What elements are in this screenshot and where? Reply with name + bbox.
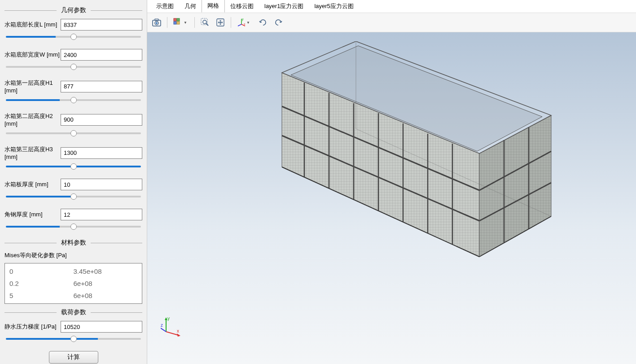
svg-text:x: x — [177, 329, 179, 333]
length-l-slider[interactable] — [6, 32, 141, 41]
rotate-ccw-icon — [259, 18, 268, 27]
h3-slider[interactable] — [6, 162, 141, 171]
axis-triad: y x z — [161, 316, 182, 337]
selection-grid-icon — [173, 18, 183, 27]
main-panel: 示意图 几何 网格 位移云图 layer1应力云图 layer5应力云图 ▼ — [147, 0, 636, 364]
zoom-window-button[interactable] — [198, 16, 212, 29]
material-section-header: 材料参数 — [4, 239, 142, 247]
svg-rect-5 — [177, 18, 180, 21]
plate-thk-label: 水箱板厚度 [mm] — [4, 180, 61, 189]
angle-thk-label: 角钢厚度 [mm] — [4, 211, 61, 219]
length-l-input[interactable] — [61, 19, 142, 31]
pressure-grad-label: 静水压力梯度 [1/Pa] — [4, 323, 61, 331]
h2-slider[interactable] — [6, 129, 141, 138]
tab-layer5-stress[interactable]: layer5应力云图 — [309, 0, 359, 13]
view-tabs: 示意图 几何 网格 位移云图 layer1应力云图 layer5应力云图 — [147, 0, 636, 13]
svg-text:y: y — [242, 18, 244, 21]
pressure-grad-slider[interactable] — [6, 334, 141, 343]
mises-table[interactable]: 0 3.45e+08 0.2 6e+08 5 6e+08 — [4, 263, 142, 304]
table-row: 0 3.45e+08 — [5, 265, 142, 277]
load-section-header: 载荷参数 — [4, 308, 142, 316]
rotate-view-cw-button[interactable] — [272, 16, 285, 29]
svg-rect-4 — [174, 18, 176, 21]
pressure-grad-input[interactable] — [61, 321, 142, 333]
rotate-view-button[interactable] — [256, 16, 270, 29]
h1-input[interactable] — [61, 81, 142, 92]
parameter-sidebar: 几何参数 水箱底部长度L [mm] 水箱底部宽度W [mm] 水箱第一层高度H1… — [0, 0, 147, 364]
h3-label: 水箱第三层高度H3 [mm] — [4, 145, 61, 160]
width-w-input[interactable] — [61, 49, 142, 61]
svg-text:z: z — [161, 323, 163, 328]
zoom-rect-icon — [201, 18, 210, 27]
svg-point-9 — [203, 20, 206, 24]
selection-mode-button[interactable]: ▼ — [171, 16, 191, 29]
h1-slider[interactable] — [6, 96, 141, 105]
tab-schematic[interactable]: 示意图 — [151, 0, 179, 13]
h1-label: 水箱第一层高度H1 [mm] — [4, 79, 61, 94]
tab-mesh[interactable]: 网格 — [202, 0, 225, 13]
axis-icon: y x — [237, 18, 246, 27]
width-w-label: 水箱底部宽度W [mm] — [4, 51, 61, 59]
h2-input[interactable] — [61, 114, 142, 126]
svg-point-2 — [156, 22, 158, 24]
chevron-down-icon: ▼ — [184, 21, 187, 25]
fit-view-icon — [216, 18, 225, 27]
svg-line-16 — [238, 24, 241, 26]
h3-input[interactable] — [61, 147, 142, 159]
viewport-toolbar: ▼ y x ▼ — [147, 13, 636, 32]
plate-thk-input[interactable] — [61, 179, 142, 190]
table-row: 0.2 6e+08 — [5, 277, 142, 289]
svg-rect-3 — [155, 19, 158, 21]
svg-rect-7 — [177, 22, 180, 24]
screenshot-button[interactable] — [150, 16, 163, 29]
tab-displacement[interactable]: 位移云图 — [225, 0, 259, 13]
zoom-extents-button[interactable] — [214, 16, 227, 29]
tab-geometry[interactable]: 几何 — [179, 0, 202, 13]
calculate-button[interactable]: 计算 — [49, 351, 98, 364]
svg-line-47 — [161, 328, 166, 332]
tab-layer1-stress[interactable]: layer1应力云图 — [259, 0, 309, 13]
length-l-label: 水箱底部长度L [mm] — [4, 21, 61, 29]
geometry-section-header: 几何参数 — [4, 6, 142, 14]
rotate-cw-icon — [274, 18, 283, 27]
svg-rect-6 — [174, 22, 176, 24]
svg-text:x: x — [244, 22, 246, 26]
camera-icon — [152, 18, 161, 26]
svg-marker-45 — [177, 333, 180, 337]
table-row: 5 6e+08 — [5, 289, 142, 302]
angle-thk-slider[interactable] — [6, 222, 141, 231]
chevron-down-icon: ▼ — [246, 21, 250, 25]
angle-thk-input[interactable] — [61, 209, 142, 220]
axis-orientation-button[interactable]: y x ▼ — [235, 16, 254, 29]
svg-text:y: y — [167, 316, 170, 321]
width-w-slider[interactable] — [6, 62, 141, 71]
tank-mesh-model — [255, 41, 578, 284]
3d-viewport[interactable]: y x z — [147, 32, 636, 364]
plate-thk-slider[interactable] — [6, 192, 141, 201]
mises-label: Mises等向硬化参数 [Pa] — [4, 251, 142, 259]
h2-label: 水箱第二层高度H2 [mm] — [4, 112, 61, 127]
